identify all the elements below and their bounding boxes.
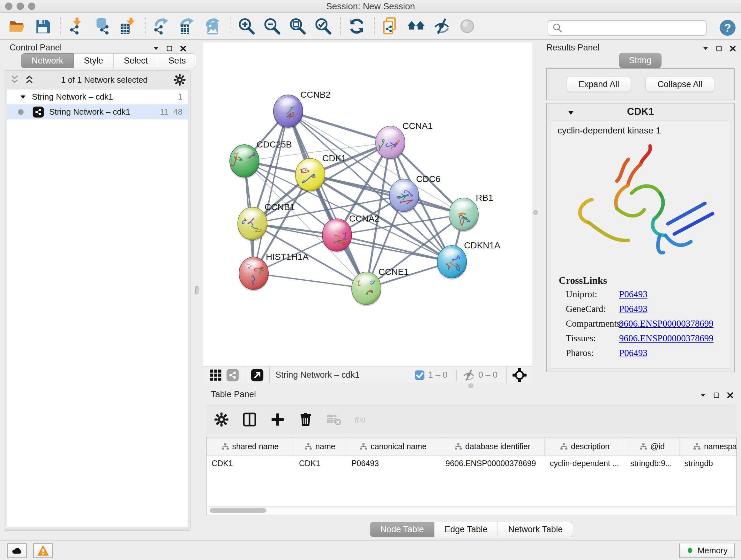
- right-splitter-handle[interactable]: [533, 210, 538, 215]
- export-table-button[interactable]: [177, 16, 197, 37]
- network-canvas[interactable]: CCNB2CCNA1CDC25BCDK1CDC6RB1CCNB1CCNA2CDK…: [203, 43, 532, 366]
- help-button[interactable]: ?: [719, 19, 736, 36]
- table-cell: CDK1: [294, 459, 346, 468]
- tab-network[interactable]: Network: [21, 53, 74, 68]
- zoom-selected-button[interactable]: [313, 16, 333, 37]
- detach-view-icon[interactable]: [251, 369, 264, 381]
- table-settings-button[interactable]: [214, 412, 229, 427]
- string-home-button[interactable]: [406, 16, 426, 37]
- left-splitter-handle[interactable]: [195, 286, 199, 294]
- control-panel-title: Control Panel: [10, 43, 62, 53]
- svg-text:CDC6: CDC6: [416, 174, 441, 184]
- node-table[interactable]: shared namenamecanonical namedatabase id…: [206, 437, 737, 515]
- crosslink-link[interactable]: P06493: [619, 289, 648, 300]
- tab-edge-table[interactable]: Edge Table: [434, 522, 498, 537]
- table-panel: Table Panel f(x) shared namenamecanonica…: [206, 387, 737, 540]
- collapse-all-button[interactable]: Collapse All: [646, 77, 714, 92]
- protein-structure-image: [554, 140, 729, 268]
- toolbar-separator: [374, 17, 375, 36]
- delete-table-button: [326, 412, 341, 427]
- svg-text:CDKN1A: CDKN1A: [464, 240, 500, 250]
- open-session-button[interactable]: [7, 16, 27, 37]
- table-cell: stringdb:9...: [625, 459, 679, 468]
- results-panel-close-icon[interactable]: [729, 45, 737, 52]
- save-session-button[interactable]: [32, 16, 53, 37]
- network-collection-row[interactable]: String Network – cdk1 1: [7, 89, 188, 105]
- results-panel-float-icon[interactable]: [716, 45, 723, 52]
- network-options-gear-icon[interactable]: [173, 73, 186, 86]
- import-table-button[interactable]: [118, 16, 138, 37]
- toolbar-separator: [340, 17, 341, 36]
- expand-all-networks-icon[interactable]: [23, 74, 36, 86]
- column-header-shared-name[interactable]: shared name: [206, 437, 294, 455]
- column-header-description[interactable]: description: [545, 437, 625, 455]
- table-panel-float-icon[interactable]: [713, 392, 720, 399]
- table-panel-menu-icon[interactable]: [699, 392, 706, 399]
- network-edge-count: 48: [169, 107, 188, 117]
- column-header-id[interactable]: @id: [625, 437, 679, 455]
- collection-expand-icon[interactable]: [20, 94, 26, 100]
- table-row[interactable]: CDK1CDK1P064939606.ENSP00000378699cyclin…: [206, 456, 737, 471]
- grid-view-icon[interactable]: [210, 369, 222, 381]
- memory-button[interactable]: Memory: [679, 543, 735, 558]
- node-details-body: cyclin-dependent kinase 1 CrossLinks Uni…: [551, 122, 730, 368]
- zoom-in-button[interactable]: [236, 16, 257, 37]
- toggle-columns-button[interactable]: [242, 412, 257, 427]
- crosslink-link[interactable]: P06493: [619, 348, 648, 358]
- function-builder-button: f(x): [354, 412, 379, 427]
- network-row[interactable]: String Network – cdk1 11 48: [7, 105, 188, 119]
- network-node-CDC25B: [229, 145, 259, 179]
- import-network-button[interactable]: [66, 16, 87, 37]
- zoom-out-button[interactable]: [262, 16, 282, 37]
- add-column-button[interactable]: [270, 412, 285, 427]
- tab-string[interactable]: String: [619, 53, 662, 68]
- control-panel-float-icon[interactable]: [166, 45, 173, 52]
- table-cell: 9606.ENSP00000378699: [441, 459, 545, 468]
- cloud-icon: [11, 545, 23, 557]
- toolbar-separator: [60, 17, 61, 36]
- selected-checkbox-icon[interactable]: [414, 370, 425, 381]
- import-network-database-button[interactable]: [92, 16, 112, 37]
- tab-node-table[interactable]: Node Table: [370, 522, 434, 537]
- control-panel: Control Panel NetworkStyleSelectSets 1 o…: [3, 42, 192, 533]
- column-header-canonical-name[interactable]: canonical name: [346, 437, 441, 455]
- cloud-status-button[interactable]: [7, 543, 27, 558]
- table-cell: P06493: [346, 459, 441, 468]
- delete-column-button[interactable]: [298, 412, 313, 427]
- bottom-splitter-handle[interactable]: [468, 383, 473, 388]
- search-input[interactable]: [563, 22, 706, 35]
- export-network-button[interactable]: [151, 16, 172, 37]
- apply-layout-button[interactable]: [347, 16, 367, 37]
- tab-sets[interactable]: Sets: [158, 53, 196, 68]
- string-view-icon[interactable]: [226, 369, 239, 381]
- column-header-name[interactable]: name: [294, 437, 346, 455]
- collapse-all-networks-icon[interactable]: [9, 74, 21, 86]
- scrollbar-thumb[interactable]: [210, 508, 266, 513]
- hide-glasses-button[interactable]: [431, 16, 452, 37]
- column-header-namespace[interactable]: namespace: [679, 437, 737, 455]
- results-panel-menu-icon[interactable]: [702, 45, 709, 52]
- search-box[interactable]: [548, 20, 706, 36]
- crosslink-label: GeneCard:: [566, 304, 606, 314]
- tab-style[interactable]: Style: [74, 53, 114, 68]
- crosslink-link[interactable]: P06493: [619, 304, 648, 314]
- network-node-CCNA2: [322, 219, 352, 253]
- control-panel-close-icon[interactable]: [179, 45, 187, 52]
- node-details-header[interactable]: CDK1: [547, 104, 734, 121]
- clone-network-button[interactable]: [381, 16, 401, 37]
- network-list-box: 1 of 1 Network selected String Network –…: [4, 70, 191, 531]
- crosslink-row: GeneCard:P06493: [566, 304, 606, 314]
- crosslink-link[interactable]: 9606.ENSP00000378699: [619, 333, 714, 344]
- column-header-database-identifier[interactable]: database identifier: [441, 437, 545, 455]
- tab-network-table[interactable]: Network Table: [498, 522, 574, 537]
- warnings-button[interactable]: [33, 543, 53, 558]
- table-panel-close-icon[interactable]: [726, 391, 734, 399]
- expand-all-button[interactable]: Expand All: [567, 77, 631, 92]
- birdseye-icon[interactable]: [513, 368, 527, 382]
- table-horizontal-scrollbar[interactable]: [207, 506, 736, 514]
- crosslink-link[interactable]: 9606.ENSP00000378699: [619, 318, 714, 329]
- tab-select[interactable]: Select: [114, 53, 158, 68]
- zoom-fit-button[interactable]: [287, 16, 308, 37]
- control-panel-menu-icon[interactable]: [152, 45, 159, 52]
- export-image-button[interactable]: [202, 16, 223, 37]
